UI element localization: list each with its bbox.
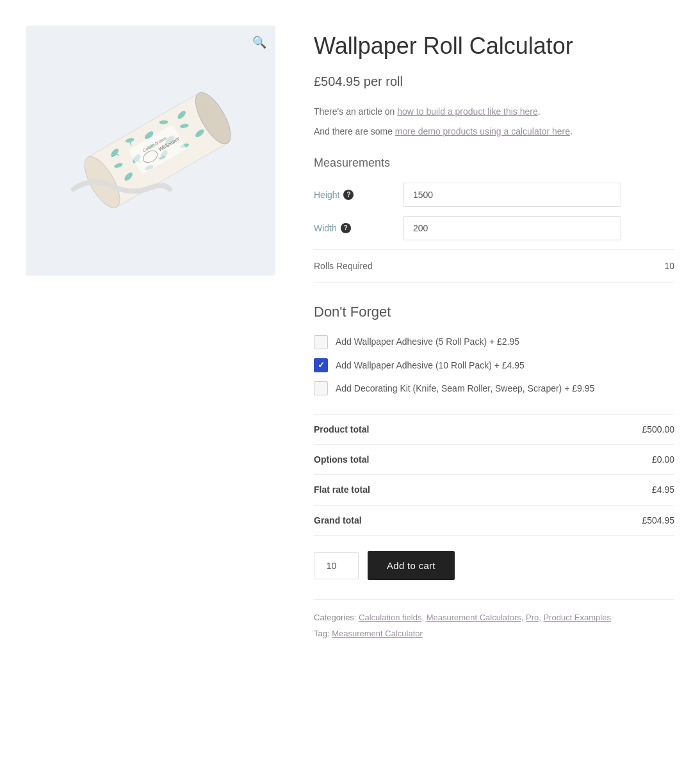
grand-total-value: £504.95 [642,513,674,527]
categories-row: Categories: Calculation fields, Measurem… [314,611,674,625]
category-link-2[interactable]: Measurement Calculators [427,613,521,622]
height-input[interactable] [403,183,621,207]
flat-rate-label: Flat rate total [314,483,370,497]
addon-checkbox-2[interactable] [314,358,328,372]
category-link-3[interactable]: Pro [526,613,539,622]
add-to-cart-button[interactable]: Add to cart [368,551,455,580]
width-input[interactable] [403,216,621,240]
rolls-required-label: Rolls Required [314,259,373,273]
desc-suffix-2: . [570,126,573,136]
options-total-value: £0.00 [652,452,674,467]
product-total-label: Product total [314,422,369,436]
height-label: Height ? [314,188,391,202]
product-description-2: And there are some more demo products us… [314,124,674,138]
product-image-svg: Colum brown Wallpaper Style [54,80,247,221]
categories-label: Categories: [314,613,356,622]
article-link[interactable]: how to build a product like this here [397,106,537,117]
addon-label-2: Add Wallpaper Adhesive (10 Roll Pack) + … [336,358,525,372]
desc-prefix-1: There's an article on [314,106,397,117]
options-total-label: Options total [314,452,369,467]
product-title: Wallpaper Roll Calculator [314,32,674,60]
category-link-1[interactable]: Calculation fields [359,613,421,622]
grand-total-label: Grand total [314,513,362,527]
rolls-required-value: 10 [664,259,674,273]
measurements-title: Measurements [314,154,674,172]
product-total-row: Product total £500.00 [314,415,674,445]
product-details-column: Wallpaper Roll Calculator £504.95 per ro… [314,26,674,641]
width-help-icon[interactable]: ? [341,223,351,233]
desc-prefix-2: And there are some [314,126,395,136]
dont-forget-title: Don't Forget [314,301,674,323]
addon-label-3: Add Decorating Kit (Knife, Seam Roller, … [336,381,594,395]
height-help-icon[interactable]: ? [343,190,354,200]
add-to-cart-section: Add to cart [314,551,674,580]
rolls-required-row: Rolls Required 10 [314,249,674,283]
width-label: Width ? [314,221,391,235]
quantity-input[interactable] [314,552,359,579]
flat-rate-row: Flat rate total £4.95 [314,475,674,505]
desc-suffix-1: . [538,106,541,117]
grand-total-row: Grand total £504.95 [314,506,674,536]
width-row: Width ? [314,216,674,240]
addon-checkbox-1[interactable] [314,335,328,349]
addon-item-1: Add Wallpaper Adhesive (5 Roll Pack) + £… [314,335,674,349]
measurements-section: Measurements Height ? Width ? [314,154,674,283]
tag-row: Tag: Measurement Calculator [314,627,674,641]
product-image-container: 🔍 [26,26,275,276]
product-description-1: There's an article on how to build a pro… [314,104,674,119]
tag-link[interactable]: Measurement Calculator [332,629,423,638]
product-image-column: 🔍 [26,26,275,276]
flat-rate-value: £4.95 [652,483,674,497]
addon-label-1: Add Wallpaper Adhesive (5 Roll Pack) + £… [336,335,519,349]
categories-section: Categories: Calculation fields, Measurem… [314,599,674,641]
zoom-icon[interactable]: 🔍 [252,33,266,52]
dont-forget-section: Don't Forget Add Wallpaper Adhesive (5 R… [314,301,674,395]
height-row: Height ? [314,183,674,207]
category-link-4[interactable]: Product Examples [543,613,611,622]
addon-checkbox-3[interactable] [314,381,328,395]
demo-products-link[interactable]: more demo products using a calculator he… [395,126,570,136]
tag-label: Tag: [314,629,330,638]
product-total-value: £500.00 [642,422,674,436]
addon-item-2: Add Wallpaper Adhesive (10 Roll Pack) + … [314,358,674,372]
options-total-row: Options total £0.00 [314,445,674,475]
totals-section: Product total £500.00 Options total £0.0… [314,414,674,536]
addon-item-3: Add Decorating Kit (Knife, Seam Roller, … [314,381,674,395]
product-price: £504.95 per roll [314,71,674,92]
